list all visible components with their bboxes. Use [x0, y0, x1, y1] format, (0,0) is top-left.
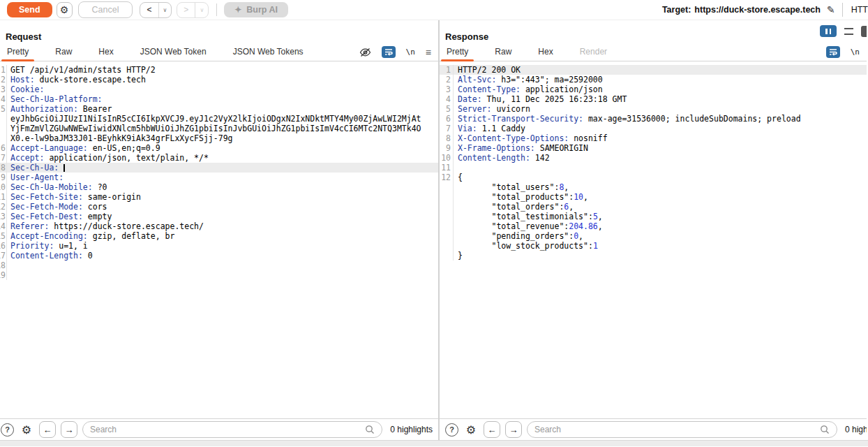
code-line[interactable]: 17Content-Length: 0	[0, 251, 438, 261]
request-tab-json-web-token[interactable]: JSON Web Token	[135, 45, 212, 61]
response-findbar: ? ⚙ ← → 0 highlights	[440, 418, 867, 440]
code-line[interactable]: 5Server: uvicorn	[440, 104, 867, 114]
code-line[interactable]: "total_products":10,	[440, 192, 867, 202]
code-line[interactable]: "total_revenue":204.86,	[440, 221, 867, 231]
response-editor[interactable]: 1HTTP/2 200 OK2Alt-Svc: h3=":443"; ma=25…	[440, 61, 867, 418]
wrap-lines-icon	[384, 48, 393, 56]
line-content: Authorization: Bearer	[10, 104, 112, 114]
code-line[interactable]: YjFmZmVlZGUwNWEwIiwidXNlcm5hbWUiOiJhZG1p…	[0, 124, 438, 133]
word-wrap-toggle[interactable]	[826, 46, 840, 58]
response-tab-pretty[interactable]: Pretty	[441, 45, 474, 61]
highlights-count: 0 highlights	[390, 425, 433, 434]
request-tab-raw[interactable]: Raw	[50, 45, 77, 61]
code-line[interactable]: 9X-Frame-Options: SAMEORIGIN	[440, 143, 867, 153]
send-button[interactable]: Send	[7, 2, 52, 17]
arrow-left-icon: ←	[43, 425, 52, 435]
code-line[interactable]: 7Accept: application/json, text/plain, *…	[0, 153, 438, 163]
code-line[interactable]: 7Via: 1.1 Caddy	[440, 124, 867, 133]
code-line[interactable]: "total_testimonials":5,	[440, 212, 867, 221]
forward-history-dropdown[interactable]: ∨	[195, 3, 208, 17]
code-line[interactable]: 18	[0, 261, 438, 270]
code-line[interactable]: 12Sec-Fetch-Mode: cors	[0, 202, 438, 212]
code-line[interactable]: 4Sec-Ch-Ua-Platform:	[0, 94, 438, 104]
previous-match-button[interactable]: ←	[484, 421, 500, 438]
request-tab-json-web-tokens[interactable]: JSON Web Tokens	[227, 45, 309, 61]
line-number: 9	[0, 173, 7, 182]
request-tab-hex[interactable]: Hex	[93, 45, 119, 61]
code-line[interactable]: 1GET /api/v1/admin/stats HTTP/2	[0, 65, 438, 75]
response-tab-hex[interactable]: Hex	[532, 45, 558, 61]
code-line[interactable]: 3Content-Type: application/json	[440, 85, 867, 94]
line-number	[0, 133, 7, 143]
back-button[interactable]: <	[140, 3, 158, 17]
layout-toggle-icon[interactable]	[844, 28, 853, 35]
hide-eye-slash-icon[interactable]	[359, 47, 371, 57]
response-tab-raw[interactable]: Raw	[489, 45, 517, 61]
code-line[interactable]: 12{	[440, 173, 867, 182]
code-line[interactable]: 5Authorization: Bearer	[0, 104, 438, 114]
back-history-dropdown[interactable]: ∨	[158, 3, 172, 17]
code-line[interactable]: 14Referer: https://duck-store.escape.tec…	[0, 221, 438, 231]
line-content: Server: uvicorn	[458, 104, 530, 114]
request-editor[interactable]: 1GET /api/v1/admin/stats HTTP/22Host: du…	[0, 61, 438, 418]
code-line[interactable]: X0.e-lw9baJM33J01-BEyhkK9iAk34grFLxXycFS…	[0, 133, 438, 143]
next-match-button[interactable]: →	[505, 421, 522, 438]
line-content: }	[458, 251, 463, 261]
response-search-box	[527, 421, 837, 438]
editor-menu-icon[interactable]: ≡	[426, 49, 431, 56]
protocol-indicator[interactable]: HTT	[842, 3, 868, 17]
line-number: 1	[0, 65, 7, 75]
code-line[interactable]: 11	[440, 163, 867, 173]
next-match-button[interactable]: →	[61, 421, 77, 438]
code-line[interactable]: }	[440, 251, 867, 261]
code-line[interactable]: 15Accept-Encoding: gzip, deflate, br	[0, 231, 438, 241]
send-settings-button[interactable]: ⚙	[57, 2, 73, 18]
code-line[interactable]: "pending_orders":0,	[440, 231, 867, 241]
code-line[interactable]: 13Sec-Fetch-Dest: empty	[0, 212, 438, 221]
line-content: Content-Length: 142	[458, 153, 550, 163]
code-line[interactable]: "total_orders":6,	[440, 202, 867, 212]
line-content: Accept-Language: en-US,en;q=0.9	[10, 143, 160, 153]
word-wrap-toggle[interactable]	[382, 46, 396, 58]
code-line[interactable]: 16Priority: u=1, i	[0, 241, 438, 251]
code-line[interactable]: 4Date: Thu, 11 Dec 2025 16:23:18 GMT	[440, 94, 867, 104]
show-newlines-toggle[interactable]: \n	[851, 47, 860, 57]
pause-updates-button[interactable]	[820, 25, 837, 37]
burp-ai-button[interactable]: ✦ Burp AI	[224, 2, 288, 17]
cancel-button[interactable]: Cancel	[78, 1, 133, 18]
request-search-box	[82, 421, 382, 438]
edit-target-pencil-icon[interactable]: ✎	[827, 4, 835, 15]
help-button[interactable]: ?	[445, 423, 458, 437]
line-content: Accept: application/json, text/plain, */…	[10, 153, 209, 163]
forward-button[interactable]: >	[177, 3, 195, 17]
code-line[interactable]: 6Accept-Language: en-US,en;q=0.9	[0, 143, 438, 153]
code-line[interactable]: 2Host: duck-store.escape.tech	[0, 75, 438, 85]
code-line[interactable]: 6Strict-Transport-Security: max-age=3153…	[440, 114, 867, 124]
code-line[interactable]: 8X-Content-Type-Options: nosniff	[440, 133, 867, 143]
previous-match-button[interactable]: ←	[39, 421, 56, 438]
line-number: 8	[0, 163, 7, 173]
request-tab-pretty[interactable]: Pretty	[1, 45, 34, 61]
help-button[interactable]: ?	[1, 423, 14, 437]
code-line[interactable]: 1HTTP/2 200 OK	[440, 65, 867, 75]
response-tab-render[interactable]: Render	[574, 45, 613, 61]
code-line[interactable]: 10Content-Length: 142	[440, 153, 867, 163]
search-settings-button[interactable]: ⚙	[19, 422, 34, 437]
code-line[interactable]: 8Sec-Ch-Ua:	[0, 163, 438, 173]
search-input[interactable]	[90, 425, 365, 434]
code-line[interactable]: 3Cookie:	[0, 85, 438, 94]
repeater-toolbar: Send ⚙ Cancel < ∨ > ∨ ✦ Burp AI Target: …	[0, 0, 868, 20]
code-line[interactable]: eyJhbGciOiJIUzI1NiIsInR5cCI6IkpXVCJ9.eyJ…	[0, 114, 438, 124]
code-line[interactable]: 11Sec-Fetch-Site: same-origin	[0, 192, 438, 202]
line-number: 7	[0, 153, 7, 163]
code-line[interactable]: 9User-Agent:	[0, 173, 438, 182]
show-newlines-toggle[interactable]: \n	[406, 47, 415, 57]
code-line[interactable]: 2Alt-Svc: h3=":443"; ma=2592000	[440, 75, 867, 85]
search-settings-button[interactable]: ⚙	[463, 422, 479, 437]
clipped-layout-icon[interactable]	[861, 26, 867, 37]
code-line[interactable]: 19	[0, 270, 438, 280]
code-line[interactable]: 10Sec-Ch-Ua-Mobile: ?0	[0, 182, 438, 192]
search-input[interactable]	[534, 425, 820, 434]
code-line[interactable]: "total_users":8,	[440, 182, 867, 192]
code-line[interactable]: "low_stock_products":1	[440, 241, 867, 251]
